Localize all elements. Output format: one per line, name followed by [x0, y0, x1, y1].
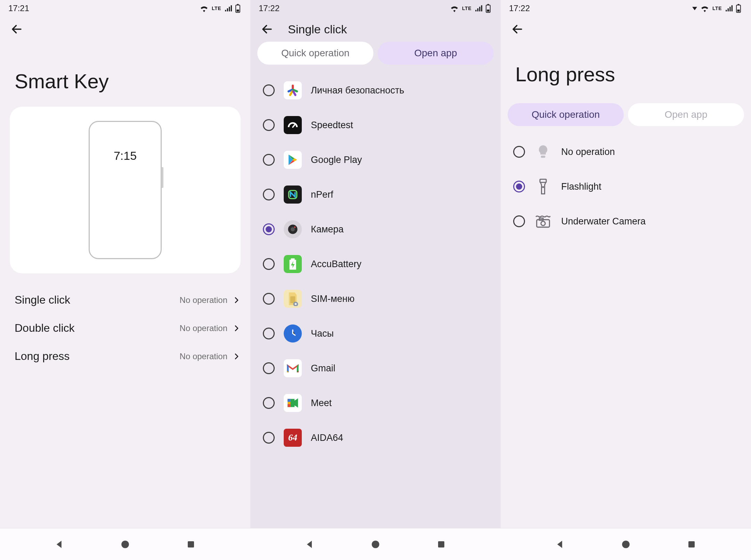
app-label: Speedtest: [311, 120, 353, 131]
svg-rect-4: [487, 4, 489, 5]
app-item-meet[interactable]: Meet: [256, 386, 495, 420]
row-label: Double click: [15, 322, 180, 335]
radio-icon: [513, 146, 525, 158]
screen-smart-key: 17:21 LTE Smart Key 7:15 Single click No…: [0, 0, 250, 528]
nav-recent[interactable]: [435, 538, 447, 551]
app-item-accubattery[interactable]: AccuBattery: [256, 247, 495, 281]
app-item-camera[interactable]: Камера: [256, 212, 495, 247]
status-time: 17:21: [8, 3, 29, 13]
app-item-aida64[interactable]: 64 AIDA64: [256, 420, 495, 455]
app-item-nperf[interactable]: nPerf: [256, 177, 495, 212]
app-icon-meet: [284, 394, 302, 412]
row-long-press[interactable]: Long press No operation: [0, 342, 250, 370]
op-item-flashlight[interactable]: Flashlight: [506, 169, 745, 204]
nav-back[interactable]: [304, 538, 316, 551]
tab-open-app[interactable]: Open app: [628, 103, 744, 126]
tab-open-app[interactable]: Open app: [378, 42, 494, 65]
op-item-underwater-camera[interactable]: Underwater Camera: [506, 204, 745, 239]
app-label: AIDA64: [311, 433, 343, 443]
back-button[interactable]: [260, 22, 274, 36]
wifi-icon: [700, 5, 710, 12]
svg-rect-14: [738, 4, 740, 5]
nav-bar: [0, 528, 751, 560]
radio-icon: [263, 432, 275, 444]
op-item-no-operation[interactable]: No operation: [506, 134, 745, 169]
tab-quick-operation[interactable]: Quick operation: [508, 103, 624, 126]
wifi-icon: [199, 5, 209, 12]
nav-home[interactable]: [369, 538, 382, 551]
aida-text: 64: [288, 433, 297, 443]
nav-back[interactable]: [53, 538, 66, 551]
svg-point-24: [372, 541, 379, 548]
app-icon-accubattery: [284, 255, 302, 273]
radio-icon: [263, 362, 275, 374]
nav-home[interactable]: [620, 538, 632, 551]
back-button[interactable]: [10, 22, 24, 36]
tab-row: Quick operation Open app: [250, 42, 501, 73]
status-icons: LTE: [199, 4, 241, 13]
app-item-safety[interactable]: Личная безопасность: [256, 73, 495, 108]
row-value: No operation: [180, 352, 227, 361]
app-label: Часы: [311, 328, 334, 339]
status-bar: 17:22 LTE: [250, 0, 501, 17]
lte-icon: LTE: [212, 6, 221, 11]
radio-icon: [263, 84, 275, 96]
app-item-clock[interactable]: Часы: [256, 316, 495, 351]
status-icons: LTE: [692, 4, 741, 13]
op-label: Flashlight: [561, 181, 601, 192]
svg-rect-15: [737, 10, 740, 12]
preview-card: 7:15: [10, 107, 241, 273]
page-title: Smart Key: [0, 42, 250, 107]
battery-icon: [485, 4, 491, 13]
phone-mockup: 7:15: [89, 121, 162, 259]
app-label: Gmail: [311, 363, 336, 374]
flashlight-icon: [534, 178, 552, 196]
app-list: Личная безопасность Speedtest Google Pla…: [250, 73, 501, 455]
tab-row: Quick operation Open app: [501, 103, 751, 134]
app-icon-clock: [284, 324, 302, 343]
app-item-speedtest[interactable]: Speedtest: [256, 108, 495, 142]
app-label: Камера: [311, 224, 344, 235]
svg-point-21: [541, 221, 545, 225]
radio-icon: [513, 215, 525, 227]
screen-long-press: 17:22 LTE Long press Quick operation Ope…: [501, 0, 751, 528]
caret-down-icon: [692, 6, 697, 11]
app-icon-sim: [284, 290, 302, 308]
chevron-right-icon: [232, 296, 241, 304]
app-item-gmail[interactable]: Gmail: [256, 351, 495, 386]
svg-rect-1: [237, 4, 239, 5]
app-label: nPerf: [311, 189, 333, 200]
app-item-google-play[interactable]: Google Play: [256, 142, 495, 177]
nav-home[interactable]: [119, 538, 131, 551]
row-single-click[interactable]: Single click No operation: [0, 286, 250, 314]
app-label: SIM-меню: [311, 294, 355, 304]
radio-icon: [263, 328, 275, 339]
svg-point-8: [291, 227, 295, 231]
page-title: Long press: [501, 42, 751, 103]
nav-recent[interactable]: [185, 538, 197, 551]
row-double-click[interactable]: Double click No operation: [0, 314, 250, 342]
status-time: 17:22: [259, 3, 280, 13]
mock-time: 7:15: [114, 149, 137, 163]
app-item-sim-menu[interactable]: SIM-меню: [256, 281, 495, 316]
underwater-camera-icon: [534, 212, 552, 230]
radio-icon: [263, 293, 275, 305]
tab-quick-operation[interactable]: Quick operation: [257, 42, 373, 65]
battery-icon: [235, 4, 241, 13]
page-title: Single click: [288, 23, 347, 36]
row-value: No operation: [180, 323, 227, 333]
radio-icon: [263, 258, 275, 270]
status-time: 17:22: [509, 3, 530, 13]
status-bar: 17:21 LTE: [0, 0, 250, 17]
screen-single-click: 17:22 LTE Single click Quick operation O…: [250, 0, 501, 528]
nav-back[interactable]: [554, 538, 566, 551]
signal-icon: [725, 5, 733, 12]
app-icon-aida64: 64: [284, 429, 302, 447]
chevron-right-icon: [232, 352, 241, 361]
back-button[interactable]: [510, 22, 524, 36]
nav-recent[interactable]: [685, 538, 698, 551]
row-label: Single click: [15, 294, 180, 306]
app-label: Google Play: [311, 155, 362, 165]
app-icon-speedtest: [284, 116, 302, 134]
op-label: Underwater Camera: [561, 216, 646, 227]
